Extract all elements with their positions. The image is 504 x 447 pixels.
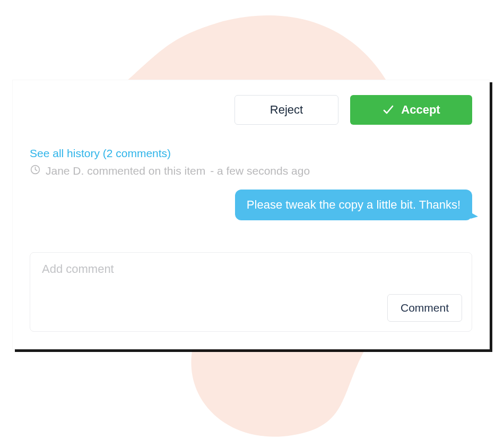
see-all-history-link[interactable]: See all history (2 comments): [30, 147, 171, 160]
check-icon: [382, 104, 395, 116]
comment-submit-button[interactable]: Comment: [387, 294, 462, 322]
comment-input[interactable]: [42, 262, 462, 280]
action-row: Reject Accept: [30, 95, 472, 125]
reject-button-label: Reject: [270, 103, 303, 117]
accept-button[interactable]: Accept: [350, 95, 472, 125]
comment-thread: Please tweak the copy a little bit. Than…: [30, 190, 472, 220]
comment-submit-label: Comment: [401, 302, 449, 314]
bubble-tail-icon: [471, 212, 478, 219]
clock-icon: [30, 164, 41, 178]
review-card: Reject Accept See all history (2 comment…: [12, 80, 490, 349]
comment-bubble-text: Please tweak the copy a little bit. Than…: [247, 198, 460, 211]
history-meta: Jane D. commented on this item a few sec…: [30, 164, 472, 178]
reject-button[interactable]: Reject: [234, 95, 338, 125]
comment-actions: Comment: [42, 294, 462, 322]
history-meta-user: Jane D. commented on this item: [46, 165, 205, 177]
history-link-text: See all history (2 comments): [30, 147, 171, 159]
comment-box: Comment: [30, 252, 472, 332]
accept-button-label: Accept: [401, 103, 440, 117]
comment-bubble: Please tweak the copy a little bit. Than…: [235, 190, 472, 220]
history-meta-timestamp: a few seconds ago: [210, 165, 310, 177]
